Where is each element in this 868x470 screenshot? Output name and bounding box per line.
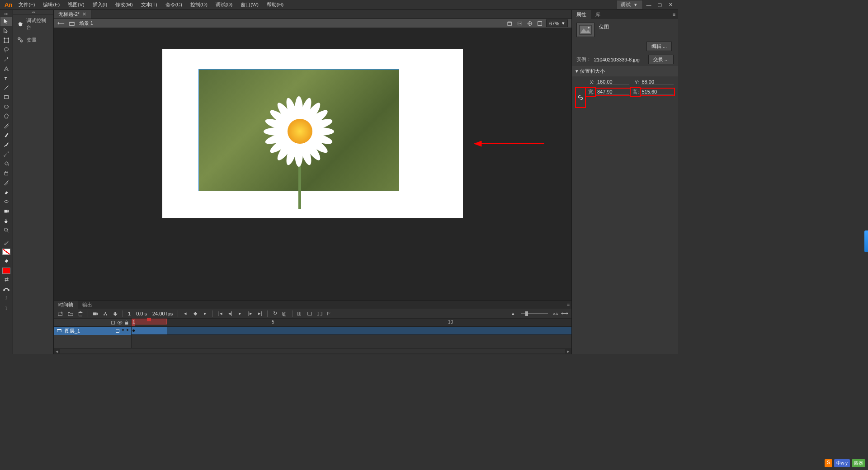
camera-tool[interactable]: [0, 207, 12, 216]
frame-rate[interactable]: 24.00 fps: [151, 311, 175, 316]
tab-library[interactable]: 库: [591, 10, 605, 19]
h-value[interactable]: 515.60: [641, 89, 674, 95]
document-tab[interactable]: 无标题-2* ✕: [54, 10, 91, 19]
layer-name[interactable]: 图层_1: [65, 328, 80, 334]
playhead[interactable]: [149, 319, 149, 346]
window-close[interactable]: ✕: [665, 1, 675, 9]
y-value[interactable]: 88.00: [641, 79, 674, 85]
debug-console-panel-button[interactable]: 调试控制台: [13, 14, 53, 33]
frame-row[interactable]: [132, 327, 571, 335]
position-size-section[interactable]: ▾ 位置和大小: [572, 66, 678, 76]
menu-edit[interactable]: 编辑(E): [39, 0, 63, 9]
menu-modify[interactable]: 修改(M): [112, 0, 137, 9]
menu-insert[interactable]: 插入(I): [89, 0, 111, 9]
menu-help[interactable]: 帮助(H): [263, 0, 287, 9]
selection-tool[interactable]: [0, 17, 12, 26]
scaling-button[interactable]: [326, 310, 334, 318]
stroke-swatch[interactable]: [2, 249, 10, 255]
frame-ruler[interactable]: 1 5 10: [132, 319, 571, 327]
brush-tool[interactable]: [0, 131, 12, 140]
magic-wand-tool[interactable]: [0, 55, 12, 64]
ink-bottle-tool[interactable]: [0, 169, 12, 178]
zoom-level[interactable]: 67% ▾: [546, 19, 568, 27]
scene-name[interactable]: 场景 1: [79, 20, 93, 27]
stroke-picker-icon[interactable]: [0, 238, 12, 247]
layer-visible-dot[interactable]: [122, 329, 124, 331]
edit-multiple-button[interactable]: [296, 310, 304, 318]
edit-scene-icon[interactable]: [516, 20, 524, 27]
variables-panel-button[interactable]: 变量: [13, 33, 53, 46]
menu-file[interactable]: 文件(F): [15, 0, 38, 9]
menu-text[interactable]: 文本(T): [137, 0, 161, 9]
menu-window[interactable]: 窗口(W): [237, 0, 262, 9]
link-wh-toggle[interactable]: [576, 89, 585, 107]
attach-layer-button[interactable]: [111, 310, 119, 318]
free-transform-tool[interactable]: [0, 36, 12, 45]
back-icon[interactable]: ⟵: [57, 20, 65, 27]
layer-row[interactable]: 图层_1: [54, 327, 131, 335]
tab-output[interactable]: 输出: [78, 301, 97, 309]
frames-area[interactable]: 1 5 10: [132, 319, 571, 348]
eraser-tool[interactable]: [0, 188, 12, 197]
left-dock-toggle[interactable]: ◂◂: [13, 10, 53, 14]
tab-properties[interactable]: 属性: [572, 10, 591, 19]
lasso-tool[interactable]: [0, 45, 12, 54]
highlight-icon[interactable]: [110, 320, 116, 325]
snap-to-object-toggle[interactable]: [1, 285, 11, 293]
stage-viewport[interactable]: [54, 28, 571, 300]
marker-button[interactable]: [306, 310, 314, 318]
toolbar-toggle[interactable]: ▸▸: [0, 12, 13, 16]
keyframe-dot[interactable]: [132, 329, 135, 332]
lock-icon[interactable]: [124, 320, 129, 325]
onion-outline-button[interactable]: [316, 310, 324, 318]
bone-tool[interactable]: [0, 150, 12, 159]
layer-color-swatch[interactable]: [116, 329, 119, 333]
line-tool[interactable]: [0, 83, 12, 92]
x-value[interactable]: 160.00: [596, 79, 629, 85]
timeline-zoom-slider[interactable]: [521, 313, 548, 314]
hand-tool[interactable]: [0, 216, 12, 225]
pen-tool[interactable]: [0, 64, 12, 73]
close-icon[interactable]: ✕: [82, 11, 86, 17]
zoom-in-timeline[interactable]: ▵▵: [552, 310, 560, 318]
camera-button[interactable]: [91, 310, 99, 318]
play-button[interactable]: ▸: [236, 310, 244, 318]
rectangle-tool[interactable]: [0, 93, 12, 102]
zoom-tool[interactable]: [0, 226, 12, 235]
tool-option-swap[interactable]: ⇄: [1, 275, 11, 283]
rotate-stage-icon[interactable]: [536, 20, 543, 27]
panel-menu-icon[interactable]: ≡: [565, 301, 571, 309]
insert-keyframe-button[interactable]: ◆: [191, 310, 199, 318]
layer-depth-button[interactable]: [101, 310, 109, 318]
oval-tool[interactable]: [0, 102, 12, 111]
window-minimize[interactable]: ―: [644, 1, 654, 9]
prev-keyframe-button[interactable]: ◂: [181, 310, 189, 318]
goto-first-button[interactable]: |◂: [216, 310, 224, 318]
stage[interactable]: [162, 49, 463, 218]
paint-bucket-tool[interactable]: [0, 159, 12, 168]
width-tool[interactable]: [0, 197, 12, 206]
selected-bitmap[interactable]: [198, 69, 399, 191]
timeline-scrollbar[interactable]: ◂ ▸: [54, 348, 571, 354]
eye-icon[interactable]: [117, 320, 123, 325]
center-stage-icon[interactable]: [526, 20, 533, 27]
next-keyframe-button[interactable]: ▸: [201, 310, 209, 318]
tab-timeline[interactable]: 时间轴: [54, 301, 78, 309]
tool-option-smooth[interactable]: ⤴: [1, 294, 11, 302]
text-tool[interactable]: T: [0, 74, 12, 83]
scroll-right-icon[interactable]: ▸: [565, 348, 571, 354]
pencil-tool[interactable]: [0, 121, 12, 130]
loop-button[interactable]: ↻: [271, 310, 279, 318]
new-folder-button[interactable]: [66, 310, 75, 318]
swap-button[interactable]: 交换 ...: [648, 55, 674, 64]
window-maximize[interactable]: ▢: [655, 1, 665, 9]
subselection-tool[interactable]: [0, 26, 12, 35]
delete-layer-button[interactable]: [76, 310, 85, 318]
zoom-out-timeline[interactable]: ▴: [509, 310, 517, 318]
menu-control[interactable]: 控制(O): [187, 0, 211, 9]
goto-last-button[interactable]: ▸|: [256, 310, 264, 318]
paint-brush-tool[interactable]: [0, 140, 12, 149]
tool-option-straighten[interactable]: ⤵: [1, 304, 11, 312]
fill-swatch[interactable]: [2, 268, 10, 274]
polystar-tool[interactable]: [0, 112, 12, 121]
